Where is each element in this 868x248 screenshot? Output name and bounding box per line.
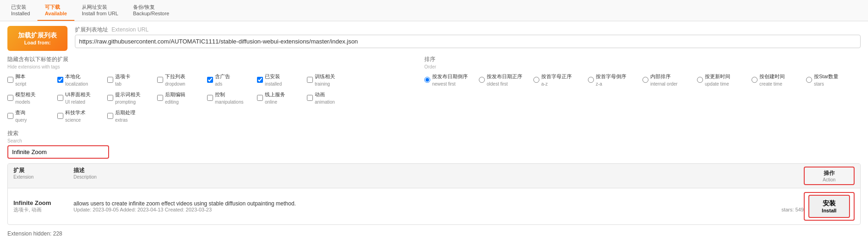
table-body: Infinite Zoom 选项卡, 动画 allows users to cr… (8, 188, 860, 224)
extension-url-input[interactable] (75, 35, 861, 48)
load-btn-cn: 加载扩展列表 (17, 31, 58, 40)
row-action-0: 安装 Install (804, 192, 855, 221)
search-section: 搜索 Search (7, 130, 861, 159)
order-radio-0[interactable] (424, 77, 430, 83)
order-option-a-z[interactable]: 按首字母正序a-z (533, 73, 584, 87)
hide-tags-title: 隐藏含有以下标签的扩展 Hide extensions with tags (7, 56, 406, 70)
hide-tag-checkbox-8[interactable] (57, 95, 63, 101)
hide-tag-checkbox-6[interactable] (307, 77, 313, 83)
load-extensions-button[interactable]: 加载扩展列表 Load from: (7, 26, 67, 51)
tab-backup[interactable]: 备份/恢复 Backup/Restore (126, 0, 177, 21)
table-header: 扩展 Extension 描述 Description 操作 Action (8, 164, 860, 188)
tab-available[interactable]: 可下载 Available (37, 0, 74, 21)
tab-install-url[interactable]: 从网址安装 Install from URL (74, 0, 126, 21)
hide-tag-manipulations[interactable]: 控制manipulations (207, 91, 253, 105)
order-option-internal-order[interactable]: 内部排序internal order (642, 73, 693, 87)
hide-tag-checkbox-12[interactable] (257, 95, 263, 101)
hide-tag-checkbox-9[interactable] (107, 95, 113, 101)
header-description: 描述 Description (73, 167, 804, 185)
header-extension: 扩展 Extension (13, 167, 73, 185)
tab-install-url-cn: 从网址安装 (82, 4, 118, 11)
hide-tags-section: 隐藏含有以下标签的扩展 Hide extensions with tags 脚本… (7, 56, 406, 125)
order-option-oldest-first[interactable]: 按发布日期正序oldest first (479, 73, 530, 87)
hide-tag-prompting[interactable]: 提示词相关prompting (107, 91, 153, 105)
tab-backup-en: Backup/Restore (133, 11, 169, 16)
tab-backup-cn: 备份/恢复 (133, 4, 169, 11)
filter-section: 隐藏含有以下标签的扩展 Hide extensions with tags 脚本… (7, 56, 861, 125)
hide-tag-checkbox-15[interactable] (57, 113, 63, 119)
hide-tag-science[interactable]: 科技学术science (57, 109, 104, 123)
order-option-z-a[interactable]: 按首字母倒序z-a (588, 73, 639, 87)
order-radio-2[interactable] (533, 77, 539, 83)
tab-installed-cn: 已安装 (11, 4, 30, 11)
hide-tag-checkbox-11[interactable] (207, 95, 213, 101)
hide-tag-editing[interactable]: 后期编辑editing (157, 91, 203, 105)
hide-tag-query[interactable]: 查询query (7, 109, 54, 123)
hide-tag-tab[interactable]: 选项卡tab (107, 73, 153, 87)
hide-tag-online[interactable]: 线上服务online (257, 91, 303, 105)
hide-tag-animation[interactable]: 动画animation (307, 91, 353, 105)
hide-tag-checkbox-4[interactable] (207, 77, 213, 83)
hide-tag-checkbox-10[interactable] (157, 95, 163, 101)
table-row: Infinite Zoom 选项卡, 动画 allows users to cr… (8, 188, 860, 224)
order-option-create-time[interactable]: 按创建时间create time (752, 73, 802, 87)
order-option-update-time[interactable]: 按更新时间update time (697, 73, 748, 87)
tab-available-en: Available (45, 11, 67, 16)
hide-tag-UI-related[interactable]: UI界面相关UI related (57, 91, 104, 105)
hide-tag-dropdown[interactable]: 下拉列表dropdown (157, 73, 203, 87)
hide-tag-checkbox-14[interactable] (7, 113, 13, 119)
row-desc-0: allows users to create infinite zoom eff… (73, 200, 804, 212)
install-button-0[interactable]: 安装 Install (808, 195, 850, 218)
hide-tag-localization[interactable]: 本地化localization (57, 73, 104, 87)
tab-installed[interactable]: 已安装 Installed (4, 0, 37, 21)
url-section: 扩展列表地址 Extension URL (75, 26, 861, 48)
hide-tag-checkbox-3[interactable] (157, 77, 163, 83)
order-radio-6[interactable] (752, 77, 758, 83)
hide-tag-checkbox-5[interactable] (257, 77, 263, 83)
hide-tag-script[interactable]: 脚本script (7, 73, 54, 87)
hide-tag-models[interactable]: 模型相关models (7, 91, 54, 105)
main-content: 加载扩展列表 Load from: 扩展列表地址 Extension URL 隐… (0, 21, 868, 243)
hide-tag-extras[interactable]: 后期处理extras (107, 109, 153, 123)
order-radio-3[interactable] (588, 77, 594, 83)
header-action: 操作 Action (804, 167, 855, 185)
row-ext-0: Infinite Zoom 选项卡, 动画 (13, 199, 73, 213)
order-title: 排序 Order (424, 56, 861, 70)
hide-tag-checkbox-2[interactable] (107, 77, 113, 83)
hide-tag-training[interactable]: 训练相关training (307, 73, 353, 87)
extension-url-row: 加载扩展列表 Load from: 扩展列表地址 Extension URL (7, 26, 861, 51)
order-radio-1[interactable] (479, 77, 485, 83)
search-label: 搜索 Search (7, 130, 861, 144)
order-grid: 按发布日期倒序newest first按发布日期正序oldest first按首… (424, 73, 861, 89)
hide-tag-checkbox-0[interactable] (7, 77, 13, 83)
hide-tag-checkbox-7[interactable] (7, 95, 13, 101)
tab-install-url-en: Install from URL (82, 11, 118, 16)
search-input[interactable] (7, 145, 109, 159)
tab-available-cn: 可下载 (45, 4, 67, 11)
tab-installed-en: Installed (11, 11, 30, 16)
footer-text: Extension hidden: 228 (7, 229, 861, 239)
order-radio-5[interactable] (697, 77, 703, 83)
hide-tag-checkbox-16[interactable] (107, 113, 113, 119)
tabs-bar: 已安装 Installed 可下载 Available 从网址安装 Instal… (0, 0, 868, 21)
hide-tags-grid: 脚本script本地化localization选项卡tab下拉列表dropdow… (7, 73, 406, 125)
order-option-stars[interactable]: 按Star数量stars (806, 73, 857, 87)
hide-tag-checkbox-13[interactable] (307, 95, 313, 101)
order-section: 排序 Order 按发布日期倒序newest first按发布日期正序oldes… (424, 56, 861, 89)
order-radio-4[interactable] (642, 77, 648, 83)
order-option-newest-first[interactable]: 按发布日期倒序newest first (424, 73, 475, 87)
load-btn-en: Load from: (17, 40, 58, 45)
hide-tag-ads[interactable]: 含广告ads (207, 73, 253, 87)
hide-tag-installed[interactable]: 已安装installed (257, 73, 303, 87)
url-label: 扩展列表地址 Extension URL (75, 26, 861, 34)
hide-tag-checkbox-1[interactable] (57, 77, 63, 83)
order-radio-7[interactable] (806, 77, 812, 83)
extensions-table: 扩展 Extension 描述 Description 操作 Action In… (7, 163, 861, 225)
